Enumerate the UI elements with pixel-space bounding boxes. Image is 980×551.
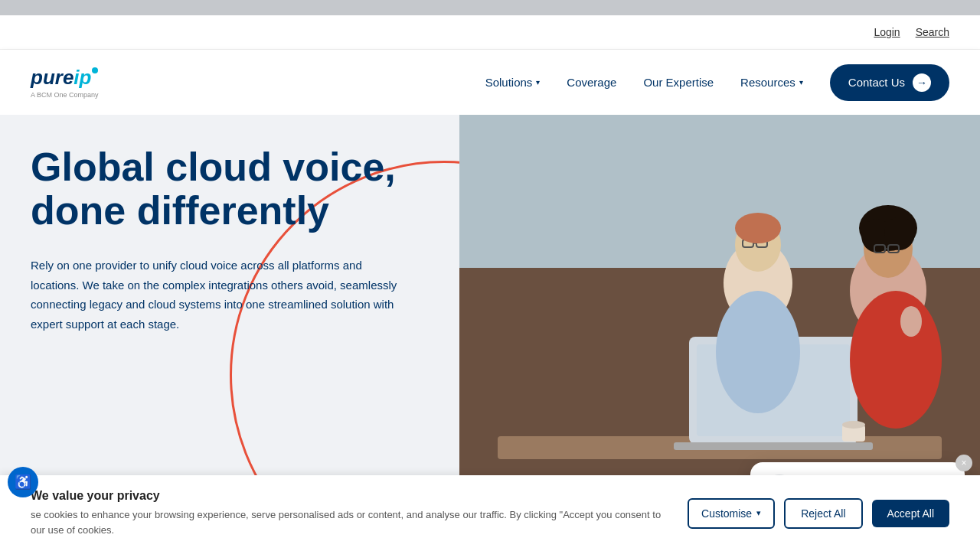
cookie-title: We value your privacy <box>31 489 665 503</box>
customise-button[interactable]: Customise ▾ <box>688 498 775 529</box>
login-link[interactable]: Login <box>874 26 900 38</box>
nav-resources[interactable]: Resources ▾ <box>740 76 803 89</box>
logo-ip-text: ip <box>74 66 91 90</box>
customise-chevron-icon: ▾ <box>756 508 761 518</box>
contact-us-button[interactable]: Contact Us → <box>830 64 949 101</box>
svg-point-22 <box>850 291 942 429</box>
chat-close-button[interactable]: × <box>956 455 972 471</box>
accept-all-button[interactable]: Accept All <box>872 500 949 527</box>
reject-all-button[interactable]: Reject All <box>784 498 862 529</box>
navbar: pure ip A BCM One Company Solutions ▾ Co… <box>0 50 980 115</box>
hero-content: Global cloud voice, done differently Rel… <box>31 145 429 334</box>
nav-expertise[interactable]: Our Expertise <box>643 76 714 89</box>
cookie-text-area: We value your privacy se cookies to enha… <box>31 489 665 537</box>
svg-point-23 <box>900 306 922 337</box>
nav-solutions[interactable]: Solutions ▾ <box>485 76 541 89</box>
cookie-body: se cookies to enhance your browsing expe… <box>31 507 665 537</box>
hero-title: Global cloud voice, done differently <box>31 145 429 233</box>
nav-coverage[interactable]: Coverage <box>567 76 616 89</box>
logo-dot <box>92 67 98 73</box>
resources-chevron-icon: ▾ <box>799 78 803 86</box>
contact-arrow-icon: → <box>913 73 931 92</box>
logo-pure-text: pure <box>31 66 74 90</box>
accessibility-button[interactable]: ♿ <box>8 467 38 497</box>
cookie-banner: We value your privacy se cookies to enha… <box>0 475 980 551</box>
logo-area: pure ip A BCM One Company <box>31 66 99 99</box>
utility-bar: Login Search <box>0 15 980 50</box>
top-strip <box>0 0 980 15</box>
cookie-actions: Customise ▾ Reject All Accept All <box>688 498 949 529</box>
svg-point-13 <box>735 213 781 243</box>
svg-rect-6 <box>674 442 873 450</box>
svg-point-25 <box>842 421 865 429</box>
logo-tagline: A BCM One Company <box>31 91 99 99</box>
search-link[interactable]: Search <box>916 26 949 38</box>
svg-point-12 <box>716 291 800 413</box>
logo[interactable]: pure ip <box>31 66 99 90</box>
nav-links: Solutions ▾ Coverage Our Expertise Resou… <box>485 64 949 101</box>
solutions-chevron-icon: ▾ <box>536 78 540 86</box>
hero-subtitle: Rely on one provider to unify cloud voic… <box>31 256 398 334</box>
